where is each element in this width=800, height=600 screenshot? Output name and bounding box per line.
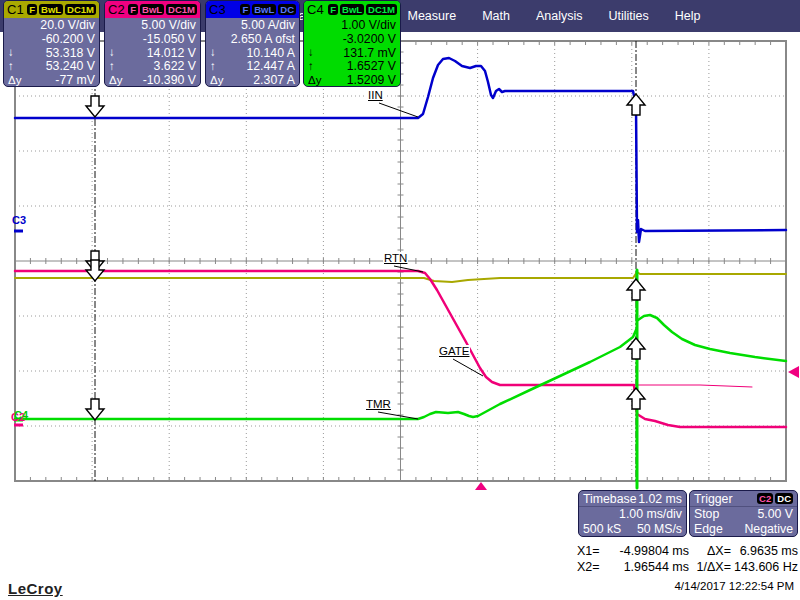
channel-id-c3: C3	[209, 2, 226, 17]
timebase-delay: 1.02 ms	[638, 492, 682, 506]
channel-box-c2-header: C2 F BwL DC1M	[105, 1, 200, 18]
down-arrow-icon: ↓	[109, 46, 115, 58]
trace-c2-gate-tail	[637, 385, 752, 387]
timebase-rate: 50 MS/s	[637, 522, 682, 536]
trigger-source-badge: C2	[757, 493, 773, 504]
channel-position-label-c3: C3	[12, 215, 26, 225]
badge-bwl-c1: BwL	[39, 4, 63, 15]
timebase-scale: 1.00 ms/div	[619, 507, 682, 521]
c2-offset: -15.050 V	[105, 32, 200, 46]
trace-label-rtn: RTN	[383, 252, 408, 264]
x1-value: -4.99804 ms	[607, 544, 689, 558]
badge-filter-c2: F	[128, 4, 138, 15]
trigger-type-row: Edge Negative	[690, 522, 797, 537]
badge-coupling-c1: DC1M	[65, 4, 96, 15]
c1-cursor2-value: ↑53.240 V	[4, 59, 99, 73]
badge-bwl-c3: BwL	[252, 4, 276, 15]
cursor-marker-up-icon	[627, 388, 645, 409]
lecroy-logo: LeCroy	[8, 580, 63, 597]
badge-filter-c1: F	[27, 4, 37, 15]
trigger-time-marker-icon[interactable]	[475, 482, 487, 490]
channel-box-c1[interactable]: C1 F BwL DC1M 20.0 V/div -60.200 V ↓53.3…	[3, 0, 100, 87]
channel-id-c1: C1	[7, 2, 24, 17]
up-arrow-icon: ↑	[210, 60, 216, 72]
up-arrow-icon: ↑	[8, 60, 14, 72]
c4-delta-value: Δy1.5209 V	[304, 73, 400, 87]
trigger-box[interactable]: Trigger C2 DC Stop 5.00 V Edge Negative	[689, 490, 798, 537]
channel-box-c3[interactable]: C3 F BwL DC 5.00 A/div 2.650 A ofst ↓10.…	[205, 0, 300, 87]
c4-cursor2-value: ↑1.6527 V	[304, 59, 400, 73]
cursor-marker-up-icon	[627, 338, 645, 359]
timebase-header: Timebase 1.02 ms	[579, 491, 686, 507]
timebase-box[interactable]: Timebase 1.02 ms 1.00 ms/div 500 kS 50 M…	[578, 490, 687, 537]
c1-offset: -60.200 V	[4, 32, 99, 46]
dx-label: ΔX=	[689, 544, 731, 558]
inv-dx-value: 143.606 Hz	[731, 560, 798, 574]
delta-y-icon: Δy	[308, 74, 321, 86]
trigger-level-marker-icon[interactable]	[788, 366, 799, 378]
badge-coupling-c2: DC1M	[166, 4, 197, 15]
trace-label-iin: IIN	[367, 89, 384, 101]
channel-box-c2[interactable]: C2 F BwL DC1M 5.00 V/div -15.050 V ↓14.0…	[104, 0, 201, 87]
badge-filter-c4: F	[328, 4, 338, 15]
badge-bwl-c4: BwL	[340, 4, 364, 15]
channel-id-c4: C4	[307, 2, 324, 17]
cursor-marker-down-icon	[86, 96, 104, 117]
c3-offset: 2.650 A ofst	[206, 32, 299, 46]
trace-label-gate: GATE	[438, 345, 470, 357]
up-arrow-icon: ↑	[308, 60, 314, 72]
trigger-mode-row: Stop 5.00 V	[690, 507, 797, 522]
badge-coupling-c4: DC1M	[366, 4, 397, 15]
trigger-level: 5.00 V	[757, 507, 793, 521]
trigger-type: Edge	[694, 522, 723, 536]
cursor-marker-up-icon	[627, 279, 645, 300]
timebase-samples: 500 kS	[583, 522, 621, 536]
c4-offset: -3.0200 V	[304, 32, 400, 46]
channel-box-c4[interactable]: C4 F BwL DC1M 1.00 V/div -3.0200 V ↓131.…	[303, 0, 401, 87]
channel-position-label-c4: C4	[14, 410, 28, 420]
inv-dx-label: 1/ΔX=	[689, 560, 731, 574]
cursor-marker-down-icon	[86, 399, 104, 420]
trace-c4-tmr	[15, 330, 636, 419]
c3-cursor1-value: ↓10.140 A	[206, 46, 299, 60]
trigger-mode: Stop	[694, 507, 719, 521]
datetime: 4/14/2017 12:22:54 PM	[674, 580, 794, 592]
delta-y-icon: Δy	[210, 74, 223, 86]
x2-value: 1.96544 ms	[607, 560, 689, 574]
delta-y-icon: Δy	[8, 74, 21, 86]
down-arrow-icon: ↓	[210, 46, 216, 58]
c1-delta-value: Δy-77 mV	[4, 73, 99, 87]
cursor-marker-up-icon	[627, 94, 645, 115]
c2-delta-value: Δy-10.390 V	[105, 73, 200, 87]
down-arrow-icon: ↓	[8, 46, 14, 58]
down-arrow-icon: ↓	[308, 46, 314, 58]
timebase-sampling-row: 500 kS 50 MS/s	[579, 522, 686, 537]
c2-cursor2-value: ↑3.622 V	[105, 59, 200, 73]
badge-filter-c3: F	[240, 4, 250, 15]
badge-bwl-c2: BwL	[140, 4, 164, 15]
channel-box-c1-header: C1 F BwL DC1M	[4, 1, 99, 18]
trace-c4-after	[638, 315, 786, 361]
c3-cursor2-value: ↑12.447 A	[206, 59, 299, 73]
c4-cursor1-value: ↓131.7 mV	[304, 46, 400, 60]
delta-y-icon: Δy	[109, 74, 122, 86]
up-arrow-icon: ↑	[109, 60, 115, 72]
timebase-title: Timebase	[583, 492, 637, 506]
trigger-slope: Negative	[744, 522, 793, 536]
c1-cursor1-value: ↓53.318 V	[4, 46, 99, 60]
x1-label: X1=	[577, 544, 607, 558]
trigger-coupling-badge: DC	[775, 493, 793, 504]
timebase-scale-row: 1.00 ms/div	[579, 507, 686, 522]
trigger-title: Trigger	[694, 492, 733, 506]
dx-value: 6.9635 ms	[731, 544, 798, 558]
c3-vdiv: 5.00 A/div	[206, 18, 299, 32]
cursor-readouts: X1= -4.99804 ms ΔX= 6.9635 ms X2= 1.9654…	[577, 543, 798, 575]
x2-label: X2=	[577, 560, 607, 574]
c2-cursor1-value: ↓14.012 V	[105, 46, 200, 60]
channel-box-c4-header: C4 F BwL DC1M	[304, 1, 400, 18]
trace-label-tmr: TMR	[365, 398, 392, 410]
c1-vdiv: 20.0 V/div	[4, 18, 99, 32]
c4-vdiv: 1.00 V/div	[304, 18, 400, 32]
c2-vdiv: 5.00 V/div	[105, 18, 200, 32]
trigger-header: Trigger C2 DC	[690, 491, 797, 507]
